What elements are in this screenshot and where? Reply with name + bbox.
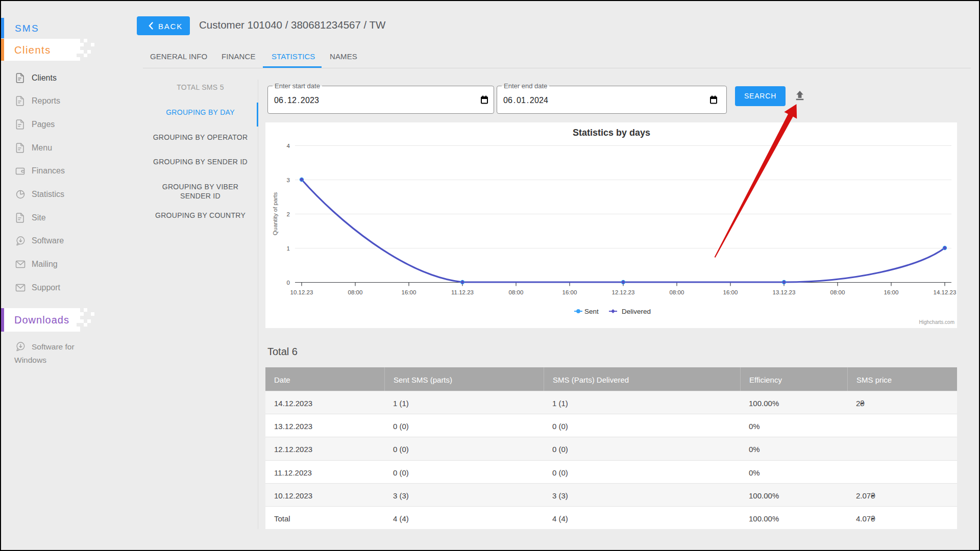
svg-text:Statistics by days: Statistics by days [573,128,650,138]
svg-text:16:00: 16:00 [884,289,899,295]
svg-text:13.12.23: 13.12.23 [773,289,796,295]
svg-text:3: 3 [287,177,290,183]
svg-text:Highcharts.com: Highcharts.com [919,319,954,325]
svg-text:4: 4 [287,143,290,149]
svg-text:Delivered: Delivered [622,308,651,315]
svg-text:08:00: 08:00 [509,289,524,295]
svg-text:1: 1 [287,245,290,252]
svg-text:08:00: 08:00 [348,289,363,295]
svg-text:11.12.23: 11.12.23 [451,289,474,295]
svg-text:08:00: 08:00 [670,289,684,295]
svg-text:12.12.23: 12.12.23 [612,289,635,295]
svg-text:14.12.23: 14.12.23 [934,289,957,295]
svg-text:2: 2 [287,211,290,217]
svg-text:16:00: 16:00 [723,289,738,295]
svg-text:10.12.23: 10.12.23 [290,289,313,295]
svg-text:08:00: 08:00 [830,289,845,295]
svg-text:Quantity of parts: Quantity of parts [272,192,278,236]
svg-text:16:00: 16:00 [562,289,577,295]
svg-text:0: 0 [287,280,290,286]
svg-text:Sent: Sent [584,308,599,315]
svg-text:16:00: 16:00 [402,289,416,295]
